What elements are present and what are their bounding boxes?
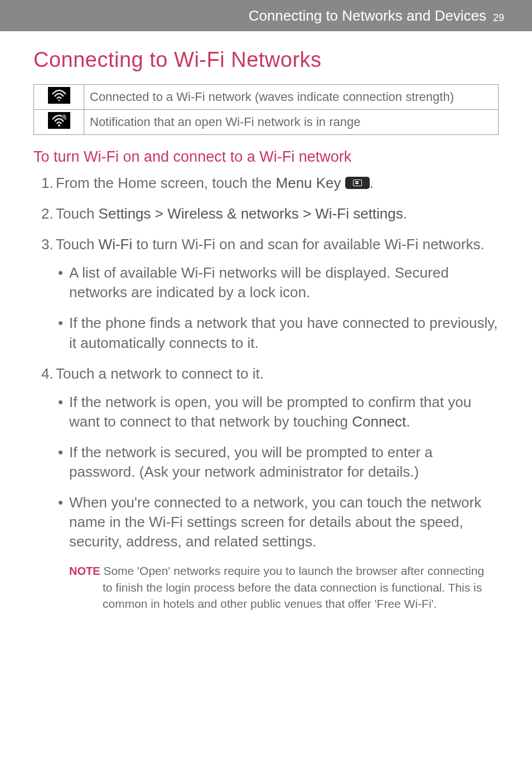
step-trail: . bbox=[370, 175, 374, 191]
bullet-pre: If the network is secured, you will be p… bbox=[69, 444, 433, 480]
step-text-pre: From the Home screen, touch the bbox=[56, 175, 276, 191]
bullet-item: If the phone finds a network that you ha… bbox=[67, 313, 499, 352]
bullet-pre: When you're connected to a network, you … bbox=[69, 494, 481, 550]
bullet-item: If the network is secured, you will be p… bbox=[67, 443, 499, 482]
subsection-title: To turn Wi-Fi on and connect to a Wi-Fi … bbox=[33, 148, 499, 166]
wifi-open-available-icon: ? bbox=[48, 112, 70, 129]
step-2: 2. Touch Settings > Wireless & networks … bbox=[56, 204, 499, 224]
step-4: 4. Touch a network to connect to it. If … bbox=[56, 364, 499, 612]
table-row: Connected to a Wi-Fi network (waves indi… bbox=[34, 85, 499, 110]
step-3: 3. Touch Wi-Fi to turn Wi-Fi on and scan… bbox=[56, 235, 499, 352]
bullet-item: A list of available Wi-Fi networks will … bbox=[67, 263, 499, 302]
step-number: 1. bbox=[41, 173, 54, 193]
steps-list: 1. From the Home screen, touch the Menu … bbox=[33, 173, 499, 612]
svg-point-0 bbox=[58, 99, 60, 101]
step-text-post bbox=[341, 175, 345, 191]
step-text-post: to turn Wi-Fi on and scan for available … bbox=[132, 236, 484, 253]
step-number: 3. bbox=[41, 235, 54, 254]
bullet-item: If the network is open, you will be prom… bbox=[67, 393, 499, 432]
menu-key-icon bbox=[345, 177, 370, 189]
bullet-pre: If the network is open, you will be prom… bbox=[69, 394, 471, 430]
step-number: 2. bbox=[41, 204, 54, 224]
step-number: 4. bbox=[41, 364, 54, 384]
step-text-pre: Touch a network to connect to it. bbox=[56, 365, 264, 382]
bullet-item: When you're connected to a network, you … bbox=[67, 493, 499, 551]
table-row: ? Notification that an open Wi-Fi networ… bbox=[34, 110, 499, 135]
section-title: Connecting to Wi-Fi Networks bbox=[33, 48, 499, 72]
page-content: Connecting to Wi-Fi Networks Connected t… bbox=[0, 48, 532, 612]
wifi-icon-table: Connected to a Wi-Fi network (waves indi… bbox=[33, 84, 499, 135]
bullet-post: . bbox=[406, 413, 410, 430]
icon-cell: ? bbox=[34, 110, 84, 135]
step-text-pre: Touch bbox=[56, 236, 99, 253]
bullet-bold: Connect bbox=[352, 413, 406, 430]
note-text: Some 'Open' networks require you to laun… bbox=[100, 564, 485, 610]
step-text-post: . bbox=[403, 205, 407, 222]
page-header: Connecting to Networks and Devices 29 bbox=[0, 0, 532, 31]
step-4-bullets: If the network is open, you will be prom… bbox=[56, 393, 499, 552]
note-label: NOTE bbox=[69, 565, 100, 577]
step-1: 1. From the Home screen, touch the Menu … bbox=[56, 173, 499, 193]
icon-desc: Notification that an open Wi-Fi network … bbox=[84, 110, 499, 135]
header-title: Connecting to Networks and Devices bbox=[249, 7, 486, 25]
svg-point-1 bbox=[58, 124, 60, 127]
step-bold: Menu Key bbox=[276, 175, 341, 191]
step-bold: Wi-Fi bbox=[99, 236, 133, 253]
icon-cell bbox=[34, 85, 84, 110]
page-number: 29 bbox=[493, 12, 504, 24]
wifi-connected-icon bbox=[48, 87, 70, 104]
step-text-pre: Touch bbox=[56, 205, 99, 222]
note-block: NOTE Some 'Open' networks require you to… bbox=[89, 563, 499, 612]
step-3-bullets: A list of available Wi-Fi networks will … bbox=[56, 263, 499, 352]
step-bold: Settings > Wireless & networks > Wi-Fi s… bbox=[99, 205, 403, 222]
icon-desc: Connected to a Wi-Fi network (waves indi… bbox=[84, 85, 499, 110]
